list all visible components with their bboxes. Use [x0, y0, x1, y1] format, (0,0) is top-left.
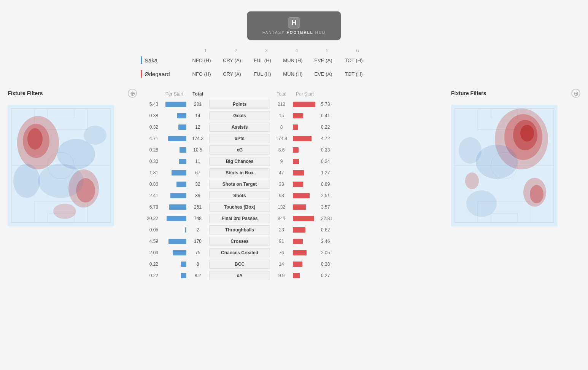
stat-label-3: xPts	[209, 134, 270, 143]
stat-total-right-6: 47	[270, 170, 293, 175]
stat-left-bar-8	[160, 193, 186, 198]
stat-label-8: Shots	[209, 191, 270, 200]
player-name-saka: Saka	[141, 56, 186, 64]
stat-total-right-9: 132	[270, 204, 293, 210]
stat-right-ps-4: 0.23	[319, 147, 338, 153]
stat-total-left-4: 10.5	[186, 147, 209, 153]
player-name-odegaard: Ødegaard	[141, 70, 186, 78]
stat-right-ps-15: 0.27	[319, 273, 338, 278]
bar-blue-12	[168, 239, 186, 244]
stat-left-bar-1	[160, 113, 186, 118]
bar-blue-4	[180, 147, 186, 153]
bar-red-1	[293, 113, 303, 118]
stat-right-bar-4	[293, 147, 319, 153]
bar-red-8	[293, 193, 310, 198]
stat-right-ps-9: 3.57	[319, 204, 338, 210]
player-bar-odegaard	[141, 70, 142, 78]
fix-ode-4: MUN (H)	[278, 71, 308, 77]
stat-right-bar-6	[293, 170, 319, 175]
fixtures-section: 1 2 3 4 5 6 Saka NFO (H) CRY (A)	[137, 48, 451, 84]
fix-ode-6: TOT (H)	[338, 71, 369, 77]
page-wrapper: H FANTASY FOOTBALL HUB Fixture Filters ⊕	[0, 0, 588, 370]
stat-left-ps-9: 6.78	[141, 204, 160, 210]
stat-left-ps-5: 0.30	[141, 159, 160, 164]
stat-total-right-12: 91	[270, 239, 293, 244]
stat-total-right-11: 23	[270, 227, 293, 233]
stat-left-ps-15: 0.22	[141, 273, 160, 278]
stat-left-ps-2: 0.32	[141, 124, 160, 130]
stat-total-left-1: 14	[186, 113, 209, 118]
stat-total-left-6: 67	[186, 170, 209, 175]
stat-left-bar-14	[160, 262, 186, 267]
bar-red-3	[293, 136, 311, 141]
bar-red-12	[293, 239, 303, 244]
stat-left-bar-7	[160, 182, 186, 187]
stat-total-left-5: 11	[186, 159, 209, 164]
stat-left-bar-4	[160, 147, 186, 153]
svg-point-34	[465, 172, 479, 189]
stat-left-bar-0	[160, 102, 186, 107]
stat-row-13: 2.03 75 Chances Created 76 2.05	[141, 247, 447, 258]
fixture-filters-left: Fixture Filters ⊕	[8, 86, 137, 101]
logo-text: FANTASY FOOTBALL HUB	[262, 30, 326, 35]
stat-total-right-14: 14	[270, 262, 293, 267]
stat-row-5: 0.30 11 Big Chances 9 0.24	[141, 156, 447, 167]
stat-right-bar-10	[293, 216, 319, 221]
stat-right-bar-13	[293, 250, 319, 255]
stat-total-left-10: 748	[186, 216, 209, 221]
bar-blue-15	[181, 273, 186, 278]
stat-total-left-8: 89	[186, 193, 209, 198]
stat-total-right-0: 212	[270, 102, 293, 107]
svg-point-37	[459, 137, 482, 164]
center-panel: 1 2 3 4 5 6 Saka NFO (H) CRY (A)	[137, 48, 451, 282]
fixture-filter-add-right[interactable]: ⊕	[571, 89, 580, 98]
gw-num-4: 4	[281, 48, 312, 53]
stat-total-left-2: 12	[186, 124, 209, 130]
stat-row-3: 4.71 174.2 xPts 174.8 4.72	[141, 133, 447, 144]
stat-total-right-7: 33	[270, 182, 293, 187]
stat-label-12: Crosses	[209, 237, 270, 246]
stat-right-ps-12: 2.46	[319, 239, 338, 244]
fix-ode-3: FUL (H)	[247, 71, 278, 77]
fix-ode-1: NFO (H)	[186, 71, 217, 77]
stat-right-bar-14	[293, 262, 319, 267]
svg-point-19	[84, 126, 106, 145]
bar-red-6	[293, 170, 304, 175]
fixture-filters-label-right: Fixture Filters	[451, 90, 486, 96]
stat-right-ps-10: 22.81	[319, 216, 338, 221]
stats-section: Per Start Total Total Per Start 5.43 201…	[137, 91, 451, 282]
stats-header: Per Start Total Total Per Start	[141, 91, 447, 97]
header-per-start-right: Per Start	[293, 91, 338, 97]
stat-right-ps-11: 0.62	[319, 227, 338, 233]
stat-left-bar-11	[160, 227, 186, 233]
header-per-start-left: Per Start	[141, 91, 186, 97]
stat-label-5: Big Chances	[209, 157, 270, 166]
svg-text:H: H	[291, 19, 296, 27]
stat-left-bar-9	[160, 204, 186, 210]
stat-row-11: 0.05 2 Throughballs 23 0.62	[141, 225, 447, 235]
stat-left-ps-1: 0.38	[141, 113, 160, 118]
gw-num-2: 2	[221, 48, 251, 53]
stat-right-bar-2	[293, 124, 319, 130]
stat-left-bar-2	[160, 124, 186, 130]
header-total-left: Total	[186, 91, 209, 97]
bar-blue-13	[173, 250, 186, 255]
stat-row-9: 6.78 251 Touches (Box) 132 3.57	[141, 202, 447, 212]
bar-red-10	[293, 216, 314, 221]
stat-label-6: Shots in Box	[209, 168, 270, 177]
stat-row-14: 0.22 8 BCC 14 0.38	[141, 259, 447, 270]
stat-label-1: Goals	[209, 111, 270, 120]
stat-label-15: xA	[209, 271, 270, 280]
stat-row-6: 1.81 67 Shots in Box 47 1.27	[141, 167, 447, 178]
stat-left-ps-0: 5.43	[141, 102, 160, 107]
header: H FANTASY FOOTBALL HUB	[0, 0, 588, 48]
stat-left-ps-11: 0.05	[141, 227, 160, 233]
fixture-filter-add-left[interactable]: ⊕	[128, 89, 137, 98]
stat-total-left-15: 8.2	[186, 273, 209, 278]
stat-row-8: 2.41 89 Shots 93 2.51	[141, 190, 447, 201]
stat-label-14: BCC	[209, 260, 270, 269]
stat-right-bar-3	[293, 136, 319, 141]
stat-right-bar-8	[293, 193, 319, 198]
stat-label-9: Touches (Box)	[209, 203, 270, 212]
stat-total-right-4: 8.6	[270, 147, 293, 153]
